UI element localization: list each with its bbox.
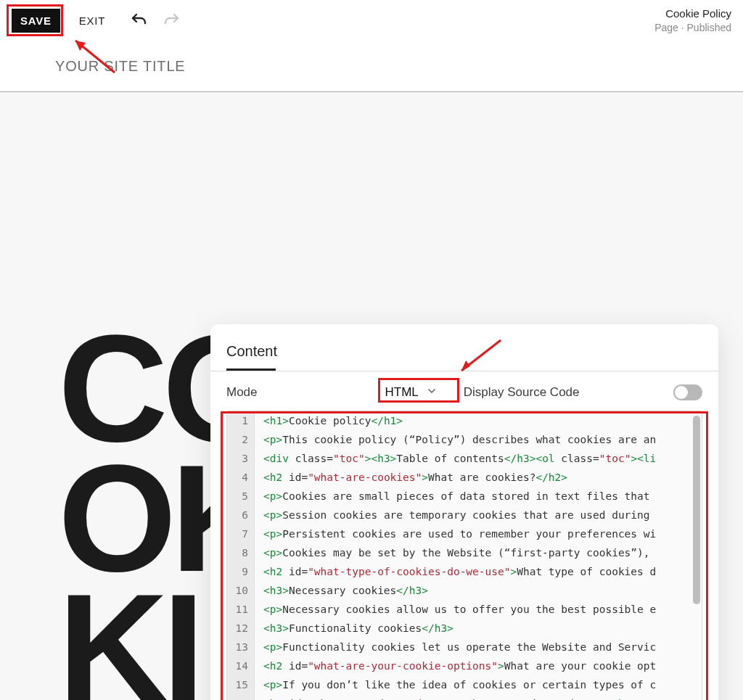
code-line[interactable]: 10<h3>Necessary cookies</h3>: [227, 581, 702, 600]
mode-select[interactable]: HTML: [385, 385, 438, 400]
code-line[interactable]: 15<p>If you don’t like the idea of cooki…: [227, 675, 702, 694]
page-info: Cookie Policy Page · Published: [654, 7, 731, 34]
display-source-toggle[interactable]: [673, 384, 702, 400]
line-number: 13: [227, 638, 255, 656]
line-number: 11: [227, 600, 255, 619]
code-text[interactable]: <p>Necessary cookies allow us to offer y…: [255, 600, 702, 619]
mode-row: Mode HTML Display Source Code: [226, 382, 702, 411]
code-text[interactable]: <h2 id="what-are-cookies">What are cooki…: [255, 468, 702, 487]
code-text[interactable]: <p>Session cookies are temporary cookies…: [255, 506, 702, 524]
panel-divider: [210, 371, 718, 371]
site-title-bar: YOUR SITE TITLE: [0, 41, 743, 91]
line-number: 10: [227, 581, 255, 600]
code-text[interactable]: <p>Functionality cookies let us operate …: [255, 638, 702, 656]
line-number: 3: [227, 449, 255, 468]
page-title: Cookie Policy: [654, 7, 731, 21]
code-line[interactable]: 11<p>Necessary cookies allow us to offer…: [227, 600, 702, 619]
code-line[interactable]: 5<p>Cookies are small pieces of data sto…: [227, 487, 702, 506]
display-source-label: Display Source Code: [464, 385, 580, 400]
line-number: 12: [227, 619, 255, 638]
exit-button[interactable]: EXIT: [75, 14, 110, 28]
code-text[interactable]: <h3>Necessary cookies</h3>: [255, 581, 702, 600]
code-text[interactable]: <p>Persistent cookies are used to rememb…: [255, 524, 702, 543]
page-status: Page · Published: [654, 21, 731, 34]
code-text[interactable]: <h2 id="what-are-your-cookie-options">Wh…: [255, 656, 702, 675]
line-number: 6: [227, 506, 255, 524]
code-line[interactable]: 13<p>Functionality cookies let us operat…: [227, 638, 702, 656]
code-line[interactable]: 16<h2 id="changes-and-amendments">Change…: [227, 694, 702, 700]
code-text[interactable]: <p>Cookies are small pieces of data stor…: [255, 487, 702, 506]
line-number: 14: [227, 656, 255, 675]
line-number: 4: [227, 468, 255, 487]
code-text[interactable]: <h2 id="what-type-of-cookies-do-we-use">…: [255, 562, 702, 581]
line-number: 16: [227, 694, 255, 700]
line-number: 15: [227, 675, 255, 694]
code-line[interactable]: 1<h1>Cookie policy</h1>: [227, 411, 702, 430]
code-line[interactable]: 3<div class="toc"><h3>Table of contents<…: [227, 449, 702, 468]
code-text[interactable]: <p>Cookies may be set by the Website (“f…: [255, 543, 702, 562]
code-line[interactable]: 8<p>Cookies may be set by the Website (“…: [227, 543, 702, 562]
chevron-down-icon: [426, 385, 438, 400]
code-text[interactable]: <h2 id="changes-and-amendments">Changes …: [255, 694, 702, 700]
toggle-knob: [675, 386, 688, 399]
page-stage: CO OK KI Content Mode HTML Display Sourc…: [0, 92, 743, 700]
line-number: 7: [227, 524, 255, 543]
code-line[interactable]: 2<p>This cookie policy (“Policy”) descri…: [227, 430, 702, 449]
undo-icon[interactable]: [130, 12, 147, 29]
code-text[interactable]: <h1>Cookie policy</h1>: [255, 411, 702, 430]
code-line[interactable]: 9<h2 id="what-type-of-cookies-do-we-use"…: [227, 562, 702, 581]
code-line[interactable]: 7<p>Persistent cookies are used to remem…: [227, 524, 702, 543]
line-number: 9: [227, 562, 255, 581]
content-panel: Content Mode HTML Display Source Code 1<…: [210, 324, 718, 700]
line-number: 2: [227, 430, 255, 449]
redo-icon[interactable]: [163, 12, 181, 29]
line-number: 5: [227, 487, 255, 506]
code-text[interactable]: <p>This cookie policy (“Policy”) describ…: [255, 430, 702, 449]
mode-label: Mode: [226, 385, 258, 400]
code-line[interactable]: 4<h2 id="what-are-cookies">What are cook…: [227, 468, 702, 487]
code-text[interactable]: <div class="toc"><h3>Table of contents</…: [255, 449, 702, 468]
code-text[interactable]: <p>If you don’t like the idea of cookies…: [255, 675, 702, 694]
panel-tab-content[interactable]: Content: [226, 337, 702, 370]
code-line[interactable]: 14<h2 id="what-are-your-cookie-options">…: [227, 656, 702, 675]
save-button[interactable]: SAVE: [12, 9, 60, 33]
site-title[interactable]: YOUR SITE TITLE: [55, 58, 185, 75]
top-toolbar: SAVE EXIT Cookie Policy Page · Published: [0, 0, 743, 41]
line-number: 8: [227, 543, 255, 562]
editor-vertical-scrollbar[interactable]: [693, 416, 700, 604]
line-number: 1: [227, 411, 255, 430]
code-line[interactable]: 6<p>Session cookies are temporary cookie…: [227, 506, 702, 524]
code-line[interactable]: 12<h3>Functionality cookies</h3>: [227, 619, 702, 638]
code-editor[interactable]: 1<h1>Cookie policy</h1>2<p>This cookie p…: [226, 411, 702, 700]
code-text[interactable]: <h3>Functionality cookies</h3>: [255, 619, 702, 638]
mode-value: HTML: [385, 385, 419, 400]
